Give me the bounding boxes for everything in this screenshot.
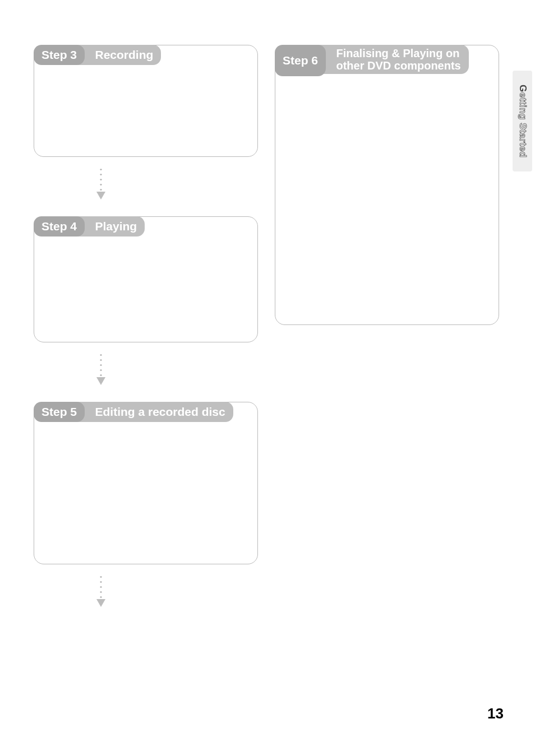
step-5-header: Step 5 Editing a recorded disc	[34, 402, 258, 422]
side-tab: Getting Started	[513, 71, 532, 171]
step-6-header: Step 6 Finalising & Playing on other DVD…	[275, 45, 499, 76]
step-4-header: Step 4 Playing	[34, 216, 258, 236]
step-6-body	[275, 76, 499, 143]
step-5-title: Editing a recorded disc	[70, 402, 233, 422]
step-4-number: Step 4	[34, 216, 85, 236]
step-4-body	[34, 236, 257, 304]
step-5-number: Step 5	[34, 402, 85, 422]
step-3-box: Step 3 Recording	[34, 45, 258, 157]
step-6-title: Finalising & Playing on other DVD compon…	[311, 45, 468, 74]
step-5-box: Step 5 Editing a recorded disc	[34, 402, 258, 564]
step-4-box: Step 4 Playing	[34, 216, 258, 342]
page-number: 13	[487, 705, 504, 722]
step-3-number: Step 3	[34, 45, 85, 65]
step-6-number: Step 6	[275, 45, 326, 76]
side-tab-label: Getting Started	[517, 85, 528, 157]
step-5-body	[34, 422, 257, 489]
right-column: Step 6 Finalising & Playing on other DVD…	[275, 45, 499, 325]
step-3-header: Step 3 Recording	[34, 45, 258, 65]
arrow-down-icon	[95, 167, 109, 206]
page: Step 3 Recording Step 4 Playing Step 5 E…	[0, 0, 535, 756]
step-3-body	[34, 65, 257, 132]
arrow-down-icon	[95, 574, 109, 614]
side-tab-first-letter: G	[518, 85, 528, 92]
arrow-down-icon	[95, 353, 109, 392]
left-column: Step 3 Recording Step 4 Playing Step 5 E…	[34, 45, 258, 624]
side-tab-rest: etting Started	[518, 92, 528, 158]
step-6-box: Step 6 Finalising & Playing on other DVD…	[275, 45, 499, 325]
